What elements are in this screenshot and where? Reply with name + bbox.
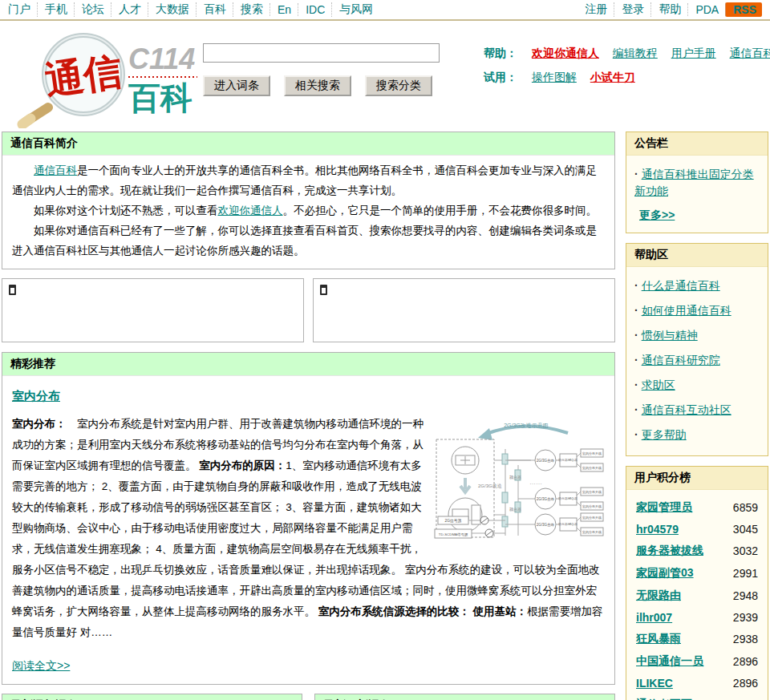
operation-guide-link[interactable]: 操作图解 bbox=[532, 71, 577, 83]
faq-link[interactable]: 通信百科FAQ bbox=[730, 47, 770, 59]
welcome-inline-link[interactable]: 欢迎你通信人 bbox=[218, 204, 283, 216]
nav-baike[interactable]: 百科 bbox=[196, 2, 226, 17]
nav-en[interactable]: En bbox=[270, 3, 291, 16]
leaderboard-user-link[interactable]: 中国通信一员 bbox=[636, 654, 703, 669]
trial-row: 试用： 操作图解 小试牛刀 bbox=[484, 65, 770, 89]
rss-badge[interactable]: RSS bbox=[725, 2, 762, 17]
intro-paragraph-1: 通信百科是一个面向专业人士的开放共享的通信百科全书。相比其他网络百科全书，通信百… bbox=[12, 160, 605, 200]
leaderboard-user-link[interactable]: 狂风暴雨 bbox=[636, 632, 681, 646]
enter-entry-button[interactable]: 进入词条 bbox=[203, 75, 270, 96]
nav-pda[interactable]: PDA bbox=[687, 3, 719, 16]
leaderboard-user-link[interactable]: hr04579 bbox=[636, 523, 679, 536]
nav-talent[interactable]: 人才 bbox=[111, 2, 141, 17]
leaderboard-user-link[interactable]: 家园管理员 bbox=[636, 500, 692, 515]
welcome-link[interactable]: 欢迎你通信人 bbox=[532, 47, 599, 59]
announcement-link[interactable]: 通信百科推出固定分类新功能 bbox=[634, 168, 754, 197]
featured-panel-title: 精彩推荐 bbox=[2, 353, 614, 376]
main-column: 通信百科简介 通信百科是一个面向专业人士的开放共享的通信百科全书。相比其他网络百… bbox=[2, 132, 615, 700]
leaderboard-points: 2948 bbox=[733, 589, 758, 602]
featured-panel: 精彩推荐 室内分布 2G/3G改造示意图 bbox=[2, 352, 615, 685]
help-zone-link[interactable]: 如何使用通信百科 bbox=[642, 304, 732, 317]
nav-help[interactable]: 帮助 bbox=[650, 2, 681, 17]
search-input[interactable] bbox=[203, 43, 440, 63]
svg-text:功分器/耦合器: 功分器/耦合器 bbox=[558, 496, 578, 500]
image-placeholder-right bbox=[313, 278, 615, 342]
svg-text:功分器/耦合器: 功分器/耦合器 bbox=[558, 522, 578, 526]
help-zone-link[interactable]: 通信百科研究院 bbox=[642, 354, 720, 366]
article-seg-bold: 使用基站： bbox=[473, 605, 528, 617]
intro-panel: 通信百科简介 通信百科是一个面向专业人士的开放共享的通信百科全书。相比其他网络百… bbox=[2, 132, 615, 269]
nav-forum[interactable]: 论坛 bbox=[74, 2, 104, 17]
svg-text:功分器/耦合器: 功分器/耦合器 bbox=[558, 458, 578, 462]
leaderboard-row: 服务器被拔线3032 bbox=[634, 540, 761, 562]
svg-text:室内分布天线: 室内分布天线 bbox=[582, 530, 602, 534]
svg-text:室内分布天线: 室内分布天线 bbox=[582, 504, 602, 508]
leaderboard-row: 无限路由2948 bbox=[634, 585, 761, 607]
intro-p2-post: 。不必担心，它只是一个简单的使用手册，不会花费你很多时间。 bbox=[283, 204, 598, 216]
help-label: 帮助： bbox=[484, 47, 517, 59]
announcement-item: 通信百科推出固定分类新功能 bbox=[634, 162, 761, 204]
nav-register[interactable]: 注册 bbox=[585, 2, 607, 17]
leaderboard-row: ILIKEC2896 bbox=[634, 673, 761, 694]
nav-bigdata[interactable]: 大数据 bbox=[148, 2, 189, 17]
svg-text:室内分布天线: 室内分布天线 bbox=[582, 490, 602, 494]
nav-mobile[interactable]: 手机 bbox=[37, 2, 67, 17]
leaderboard-row: hr045793045 bbox=[634, 519, 761, 540]
leaderboard-user-link[interactable]: 家园副管03 bbox=[636, 566, 694, 581]
svg-text:……: …… bbox=[529, 479, 542, 486]
latest-updated-title: 最新更新词条 bbox=[315, 694, 614, 700]
search-category-button[interactable]: 搜索分类 bbox=[365, 75, 432, 96]
svg-text:2G/3G合路: 2G/3G合路 bbox=[537, 523, 555, 527]
help-zone-item: 通信百科互动社区 bbox=[634, 398, 761, 423]
svg-text:2G/3G合路: 2G/3G合路 bbox=[537, 459, 555, 463]
help-zone-item: 求助区 bbox=[634, 373, 761, 398]
nav-yufengwang[interactable]: 与风网 bbox=[331, 2, 373, 17]
article-seg-bold: 室内分布系统信源选择的比较： bbox=[318, 605, 470, 617]
broken-image-icon bbox=[320, 285, 327, 295]
nav-portal[interactable]: 门户 bbox=[8, 2, 30, 17]
leaderboard-points: 3045 bbox=[733, 523, 758, 536]
announcement-more-link[interactable]: 更多>> bbox=[639, 208, 675, 223]
help-zone-item: 什么是通信百科 bbox=[634, 273, 761, 298]
logo-graphic: 通信 C114 百科 bbox=[6, 30, 203, 128]
leaderboard-user-link[interactable]: ilhr007 bbox=[636, 611, 672, 624]
header-help-links: 帮助： 欢迎你通信人 编辑教程 用户手册 通信百科FAQ 试用： 操作图解 小试… bbox=[484, 30, 770, 123]
announcement-body: 通信百科推出固定分类新功能 更多>> bbox=[626, 156, 768, 233]
leaderboard-row: 通信老不死2886 bbox=[634, 694, 761, 700]
article-seg-bold: 室内分布的原因： bbox=[199, 459, 286, 471]
nav-login[interactable]: 登录 bbox=[614, 2, 644, 17]
placeholder-row bbox=[2, 278, 615, 342]
leaderboard-box: 用户积分榜 家园管理员6859 hr045793045 服务器被拔线3032 家… bbox=[626, 466, 768, 700]
help-zone-link[interactable]: 惯例与精神 bbox=[642, 329, 698, 342]
help-zone-link[interactable]: 求助区 bbox=[642, 378, 675, 391]
leaderboard-row: 狂风暴雨2938 bbox=[634, 628, 761, 650]
help-row: 帮助： 欢迎你通信人 编辑教程 用户手册 通信百科FAQ bbox=[484, 41, 770, 65]
bottom-panels: 最新添加词条 最新更新词条 bbox=[2, 694, 615, 700]
related-search-button[interactable]: 相关搜索 bbox=[284, 75, 351, 96]
baike-inline-link[interactable]: 通信百科 bbox=[34, 164, 77, 176]
help-zone-item: 惯例与精神 bbox=[634, 323, 761, 348]
help-zone-link[interactable]: 更多帮助 bbox=[642, 428, 687, 441]
nav-idc[interactable]: IDC bbox=[298, 3, 325, 16]
leaderboard-user-link[interactable]: ILIKEC bbox=[636, 677, 673, 690]
nav-search[interactable]: 搜索 bbox=[233, 2, 263, 17]
leaderboard-user-link[interactable]: 无限路由 bbox=[636, 589, 681, 603]
intro-p1-text: 是一个面向专业人士的开放共享的通信百科全书。相比其他网络百科全书，通信百科会更加… bbox=[12, 164, 597, 196]
help-zone-link[interactable]: 什么是通信百科 bbox=[642, 279, 720, 292]
help-zone-item: 通信百科研究院 bbox=[634, 348, 761, 373]
try-it-link[interactable]: 小试牛刀 bbox=[590, 71, 635, 83]
site-logo: 通信 C114 百科 bbox=[6, 30, 203, 123]
intro-paragraph-2: 如果你对这个计划还不熟悉，可以查看欢迎你通信人。不必担心，它只是一个简单的使用手… bbox=[12, 200, 605, 221]
read-full-article-link[interactable]: 阅读全文>> bbox=[12, 656, 70, 676]
user-manual-link[interactable]: 用户手册 bbox=[671, 47, 716, 59]
featured-article-title-link[interactable]: 室内分布 bbox=[12, 386, 60, 406]
svg-text:TD-SCDMA信号源: TD-SCDMA信号源 bbox=[439, 532, 468, 536]
help-zone-link[interactable]: 通信百科互动社区 bbox=[642, 403, 732, 416]
page-content: 通信百科简介 通信百科是一个面向专业人士的开放共享的通信百科全书。相比其他网络百… bbox=[0, 128, 770, 700]
svg-text:室内分布天线: 室内分布天线 bbox=[582, 466, 602, 470]
help-zone-item: 更多帮助 bbox=[634, 423, 761, 447]
leaderboard-title: 用户积分榜 bbox=[626, 467, 768, 490]
leaderboard-user-link[interactable]: 服务器被拔线 bbox=[636, 544, 703, 558]
leaderboard-points: 3032 bbox=[733, 544, 758, 557]
edit-tutorial-link[interactable]: 编辑教程 bbox=[613, 47, 658, 59]
